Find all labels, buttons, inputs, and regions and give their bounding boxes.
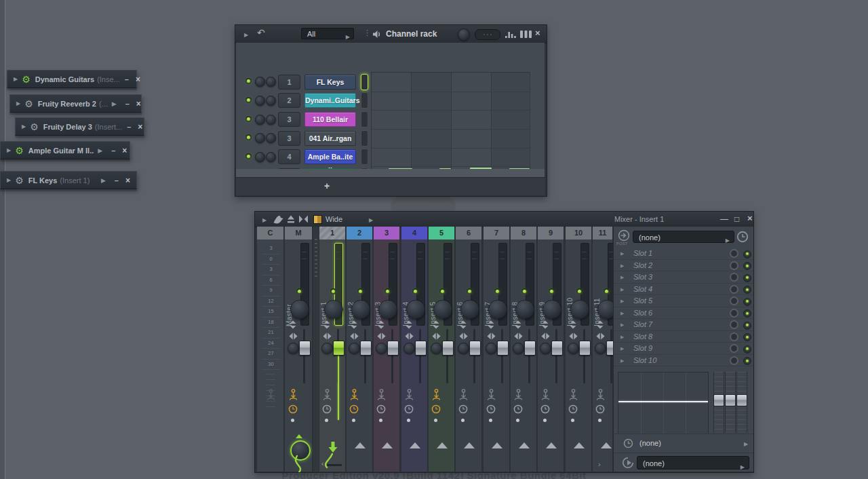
slot-enable-led[interactable] [743, 333, 751, 341]
swing-knob[interactable] [458, 28, 470, 41]
strip-led[interactable] [384, 288, 391, 294]
detach-arrow-icon[interactable]: ▶ [7, 147, 11, 153]
stereo-knob[interactable] [431, 343, 442, 354]
channel-number-display[interactable]: 2 [278, 93, 300, 108]
stereo-knob[interactable] [458, 343, 469, 354]
graph-editor-icon[interactable] [505, 30, 516, 38]
step-pattern-grid[interactable] [371, 72, 530, 185]
channel-mute-led[interactable] [245, 97, 252, 103]
pan-knob[interactable] [570, 300, 589, 319]
channel-number-display[interactable]: 3 [278, 112, 300, 127]
swan-icon[interactable] [273, 215, 284, 224]
track-clock-icon[interactable] [458, 404, 468, 414]
minimize-icon[interactable]: – [111, 147, 115, 155]
stereo-separation-icon[interactable] [569, 320, 577, 329]
stereo-separation-icon[interactable] [323, 320, 331, 329]
close-icon[interactable]: × [125, 176, 130, 185]
effect-slot-row[interactable]: ▶Slot 6 [614, 307, 753, 320]
route-down-arrow-icon[interactable] [328, 441, 338, 455]
record-arm-icon[interactable] [459, 389, 468, 400]
track-clock-icon[interactable] [568, 404, 578, 414]
send-level-slider[interactable] [327, 464, 342, 466]
slot-mix-knob[interactable] [730, 332, 738, 341]
time-row[interactable]: (none) ▶ [614, 434, 753, 453]
track-clock-icon[interactable] [404, 404, 414, 414]
effect-slot-row[interactable]: ▶Slot 10 [614, 355, 753, 367]
strip-led[interactable] [521, 288, 528, 294]
eq-graph[interactable] [618, 372, 709, 434]
swap-channels-icon[interactable] [487, 332, 496, 340]
stereo-separation-icon[interactable] [405, 320, 413, 329]
stereo-knob[interactable] [321, 343, 333, 354]
swap-channels-icon[interactable] [377, 332, 386, 340]
slot-enable-led[interactable] [743, 262, 751, 270]
strip-led[interactable] [549, 288, 555, 294]
route-up-arrow[interactable] [382, 442, 393, 448]
effect-slot-row[interactable]: ▶Slot 4 [614, 284, 753, 296]
swap-channels-icon[interactable] [596, 332, 605, 340]
route-up-arrow[interactable] [519, 442, 530, 448]
effect-slot-row[interactable]: ▶Slot 7 [614, 319, 753, 331]
track-clock-icon[interactable] [349, 404, 359, 414]
record-arm-icon[interactable] [541, 389, 550, 400]
pan-knob[interactable] [351, 300, 370, 319]
close-icon[interactable]: × [747, 214, 753, 223]
expand-arrow-icon[interactable]: ▶ [112, 100, 117, 107]
volume-fader[interactable] [579, 341, 591, 356]
mixer-track-header-2[interactable]: 2 [347, 227, 373, 240]
track-clock-icon[interactable] [376, 404, 386, 414]
minimize-icon[interactable]: — [720, 215, 728, 223]
channel-selector[interactable] [361, 130, 368, 147]
stereo-separation-icon[interactable] [289, 320, 297, 329]
mixer-strip-Master[interactable]: Master [285, 240, 313, 472]
insert-plugin-dropdown[interactable]: (none) ▶ [633, 231, 734, 243]
stereo-separation-icon[interactable] [541, 320, 549, 329]
add-channel-button[interactable]: + [324, 180, 330, 191]
channel-number-display[interactable]: 4 [278, 149, 300, 164]
channel-number-display[interactable]: 3 [278, 131, 300, 146]
plugin-window-titlebar[interactable]: ▶⚙Dynamic Guitars(Inse...–× [7, 70, 137, 88]
close-icon[interactable]: × [122, 146, 127, 155]
swap-channels-icon[interactable] [289, 332, 298, 340]
channel-selector[interactable] [361, 74, 368, 90]
track-clock-icon[interactable] [486, 404, 496, 414]
record-arm-icon[interactable] [569, 389, 578, 400]
detach-arrow-icon[interactable]: ▶ [244, 31, 248, 39]
minimize-icon[interactable]: – [127, 123, 131, 131]
channel-pan-knob[interactable] [255, 152, 265, 162]
volume-fader[interactable] [524, 341, 536, 356]
channel-pan-knob[interactable] [255, 115, 265, 125]
plugin-gear-icon[interactable]: ⚙ [30, 122, 39, 132]
eq-band-low-fader[interactable] [713, 394, 724, 406]
volume-fader[interactable] [333, 341, 344, 356]
swap-channels-icon[interactable] [541, 332, 550, 340]
expand-arrow-icon[interactable]: ▶ [98, 147, 102, 154]
channel-volume-knob[interactable] [266, 152, 276, 162]
mixer-strip-Insert 1[interactable]: Insert 1‹ [319, 240, 346, 472]
stereo-separation-icon[interactable] [377, 320, 385, 329]
channel-volume-knob[interactable] [266, 77, 276, 87]
swap-channels-icon[interactable] [459, 332, 468, 340]
time-clock-button[interactable] [736, 231, 749, 243]
track-clock-icon[interactable] [288, 404, 298, 414]
strip-led[interactable] [576, 288, 583, 294]
channel-volume-knob[interactable] [266, 133, 276, 143]
route-up-arrow[interactable] [546, 442, 557, 448]
plugin-gear-icon[interactable]: ⚙ [22, 75, 31, 84]
channel-button[interactable]: Dynami..Guitars [304, 93, 356, 108]
route-up-arrow[interactable] [464, 442, 475, 448]
swap-channels-icon[interactable] [350, 332, 359, 340]
master-output-knob[interactable] [290, 440, 311, 461]
stereo-knob[interactable] [540, 343, 551, 354]
expand-arrow-icon[interactable]: ▶ [101, 177, 106, 184]
channel-mute-led[interactable] [245, 78, 252, 84]
route-up-arrow[interactable] [601, 442, 612, 448]
pan-knob[interactable] [324, 300, 343, 319]
slot-enable-led[interactable] [743, 298, 751, 306]
slot-mix-knob[interactable] [730, 356, 738, 365]
volume-fader[interactable] [551, 341, 563, 356]
close-icon[interactable]: × [535, 29, 540, 37]
slot-mix-knob[interactable] [730, 309, 738, 318]
mixer-strip-Insert 9[interactable]: Insert 9 [538, 240, 564, 472]
strip-led[interactable] [439, 288, 446, 294]
